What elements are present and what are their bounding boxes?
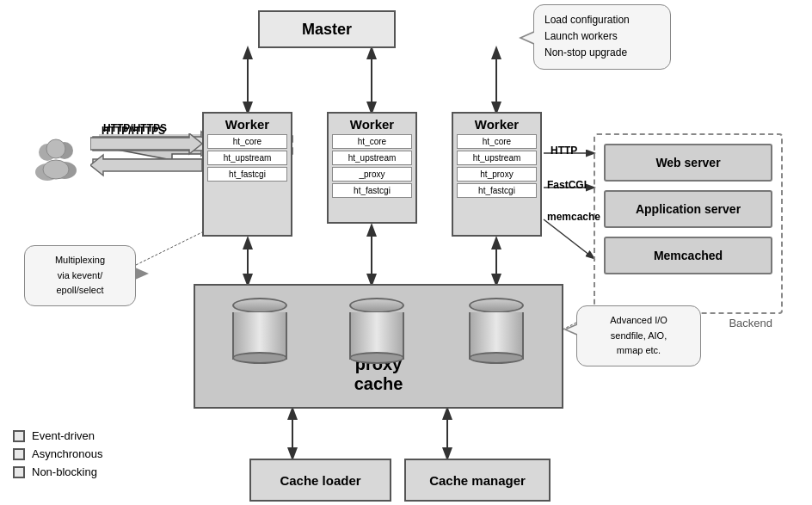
worker3-module-4: ht_fastcgi [457,183,537,198]
svg-line-18 [136,232,202,265]
multiplexing-bubble: Multiplexingvia kevent/epoll/select [24,245,136,306]
svg-point-25 [43,160,69,179]
legend-square-3 [13,466,25,478]
cylinder-top-1 [232,298,287,313]
fastcgi-label: FastCGI [547,179,587,191]
bubble-line1: Load configuration [544,12,660,28]
backend-box: Web server Application server Memcached … [594,133,783,314]
bubble-line2: Launch workers [544,28,660,45]
advio-bubble: Advanced I/Osendfile, AIO,mmap etc. [576,305,701,366]
cylinder-body-2 [349,312,404,360]
legend-item-1: Event-driven [13,429,102,442]
worker3-title: Worker [457,117,537,132]
bubble-line3: Non-stop upgrade [544,45,660,61]
multiplex-text: Multiplexingvia kevent/epoll/select [55,255,105,295]
legend-item-3: Non-blocking [13,465,102,478]
legend: Event-driven Asynchronous Non-blocking [13,429,102,483]
worker1-module-1: ht_core [207,134,287,149]
worker1-module-2: ht_upstream [207,151,287,165]
http-https-banner: HTTP/HTTPS [102,125,165,137]
cylinder-top-2 [349,298,404,313]
users-icon [26,133,95,202]
cylinder-bottom-2 [349,352,404,364]
worker2-module-4: ht_fastcgi [332,183,412,198]
traffic-arrows [90,133,215,189]
legend-label-3: Non-blocking [32,465,97,478]
advio-text: Advanced I/Osendfile, AIO,mmap etc. [610,315,667,355]
svg-point-24 [46,139,65,158]
legend-label-2: Asynchronous [32,447,102,460]
worker2-box: Worker ht_core ht_upstream _proxy ht_fas… [327,112,417,224]
cache-loader-label: Cache loader [280,473,360,488]
db-cylinder-1 [232,297,287,360]
backend-label: Backend [729,317,772,329]
db-cylinder-2 [349,297,404,360]
svg-line-17 [544,219,594,258]
svg-marker-27 [90,155,202,176]
web-server-item: Web server [604,144,772,182]
memcached-item: Memcached [604,237,772,274]
worker2-title: Worker [332,117,412,132]
memcache-label: memcache [547,211,600,223]
worker3-module-2: ht_upstream [457,151,537,165]
master-label: Master [302,21,352,39]
worker2-module-3: _proxy [332,167,412,182]
cylinder-body-1 [232,312,287,360]
worker1-title: Worker [207,117,287,132]
cache-manager-label: Cache manager [429,473,526,488]
cache-loader-box: Cache loader [249,459,391,502]
legend-item-2: Asynchronous [13,447,102,460]
cylinder-top-3 [469,298,524,313]
cylinder-bottom-3 [469,352,524,364]
worker2-module-1: ht_core [332,134,412,149]
cylinder-body-3 [469,312,524,360]
legend-square-1 [13,430,25,442]
worker1-module-3: ht_fastcgi [207,167,287,182]
master-bubble: Load configuration Launch workers Non-st… [533,4,671,70]
diagram: HTTP/HTTPS HTTP FastCGI memcache Master … [0,0,812,505]
legend-square-2 [13,448,25,460]
db-cylinder-3 [469,297,524,360]
legend-label-1: Event-driven [32,429,95,442]
master-box: Master [258,10,396,48]
worker3-module-3: ht_proxy [457,167,537,182]
worker1-box: Worker ht_core ht_upstream ht_fastcgi [202,112,292,237]
app-server-item: Application server [604,190,772,228]
worker3-box: Worker ht_core ht_upstream ht_proxy ht_f… [452,112,542,237]
worker2-module-2: ht_upstream [332,151,412,165]
cache-manager-box: Cache manager [404,459,551,502]
worker3-module-1: ht_core [457,134,537,149]
cylinder-bottom-1 [232,352,287,364]
http-label: HTTP [551,145,577,157]
